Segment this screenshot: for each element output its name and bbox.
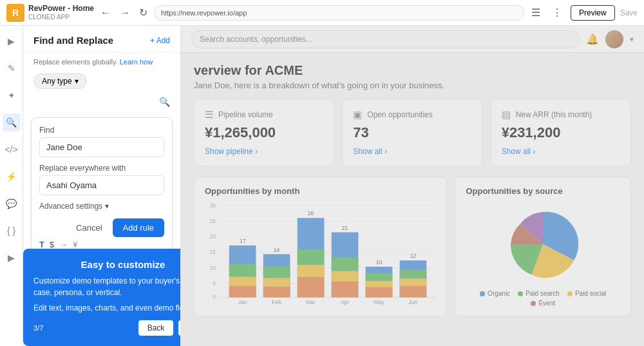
sidebar-play-icon[interactable]: ▶: [3, 249, 21, 267]
svg-rect-48: [400, 286, 427, 297]
replace-input[interactable]: [39, 175, 164, 195]
svg-text:10: 10: [376, 259, 383, 265]
panel-header: Find and Replace + Add: [23, 26, 180, 53]
panel-title: Find and Replace: [33, 35, 113, 46]
paid-social-label: Paid social: [575, 290, 606, 297]
pie-container: Organic Paid search Paid social: [466, 202, 620, 307]
form-actions: Cancel Add rule: [39, 218, 164, 237]
svg-text:0: 0: [213, 294, 216, 300]
bar-chart-card: Opportunities by month 30 25 20 15 10 5 …: [194, 177, 447, 316]
svg-text:Jan: Jan: [238, 299, 247, 305]
topbar: R RevPower - Home CLONED APP ← → ↻ ☰ ⋮ P…: [0, 0, 644, 26]
svg-text:20: 20: [210, 233, 216, 240]
content-area: 🔔 ▾ verview for ACME Jane Doe, here is a…: [181, 26, 644, 346]
main-layout: ▶ ✎ ✦ 🔍 </> ⚡ 💬 { } ▶ Find and Replace +…: [0, 26, 644, 346]
find-replace-form: Find Replace everywhere with Advanced se…: [31, 117, 173, 258]
svg-text:Mar: Mar: [306, 299, 316, 305]
legend-paid-search: Paid search: [518, 290, 560, 297]
sidebar-chat-icon[interactable]: 💬: [3, 195, 21, 213]
refresh-button[interactable]: ↻: [137, 5, 150, 20]
add-rule-button[interactable]: Add rule: [113, 218, 164, 237]
sidebar-star-icon[interactable]: ✦: [3, 86, 21, 104]
legend-organic: Organic: [480, 290, 510, 297]
yen-symbol: ¥: [73, 240, 77, 249]
tooltip-text2: Edit text, images, charts, and even demo…: [33, 302, 181, 314]
sidebar-lightning-icon[interactable]: ⚡: [3, 168, 21, 186]
charts-row: Opportunities by month 30 25 20 15 10 5 …: [194, 177, 631, 316]
text-symbol: T: [39, 240, 44, 249]
sidebar-icons: ▶ ✎ ✦ 🔍 </> ⚡ 💬 { } ▶: [0, 26, 23, 346]
open-opportunities-card: ▣ Open opportunities 73 Show all ›: [342, 99, 482, 166]
svg-text:17: 17: [240, 238, 246, 244]
pipeline-label: Pipeline volume: [218, 110, 273, 119]
sidebar-edit-icon[interactable]: ✎: [3, 59, 21, 77]
panel-subtitle: Replace elements globally. Learn how: [23, 53, 180, 68]
pie-legend: Organic Paid search Paid social: [466, 290, 620, 307]
event-dot: [531, 301, 536, 306]
opportunities-link[interactable]: Show all ›: [353, 147, 387, 156]
app-icon: R: [6, 4, 24, 22]
learn-how-link[interactable]: Learn how: [120, 58, 153, 66]
back-button[interactable]: ←: [98, 6, 113, 20]
sidebar-search-icon[interactable]: 🔍: [3, 113, 21, 131]
arr-link[interactable]: Show all ›: [502, 147, 536, 156]
stats-row: ☰ Pipeline volume ¥1,265,000 Show pipeli…: [194, 99, 631, 166]
find-label: Find: [39, 126, 164, 135]
chevron-down-icon: ▾: [105, 202, 109, 211]
chevron-down-icon[interactable]: ▾: [630, 35, 634, 44]
more-icon[interactable]: ⋮: [549, 5, 565, 20]
svg-text:Feb: Feb: [272, 299, 281, 305]
symbols-row: T $ → ¥: [39, 240, 164, 249]
dashboard-title: verview for ACME: [194, 63, 631, 78]
pipeline-link[interactable]: Show pipeline ›: [205, 147, 258, 156]
avatar[interactable]: [605, 30, 623, 48]
advanced-settings-toggle[interactable]: Advanced settings ▾: [39, 202, 164, 211]
svg-rect-22: [263, 267, 290, 278]
svg-text:Apr: Apr: [341, 299, 349, 305]
paid-search-label: Paid search: [526, 290, 560, 297]
svg-text:May: May: [374, 299, 384, 305]
sidebar-brackets-icon[interactable]: { }: [3, 222, 21, 240]
topbar-actions: ☰ ⋮ Preview Save: [528, 5, 638, 21]
svg-rect-36: [332, 282, 359, 297]
svg-rect-29: [298, 265, 325, 277]
paid-social-dot: [567, 291, 573, 296]
arr-icon: ▤: [502, 109, 511, 120]
bell-icon[interactable]: 🔔: [586, 33, 599, 45]
tooltip-box: Easy to customize Customize demo templat…: [23, 249, 181, 346]
cancel-button[interactable]: Cancel: [71, 219, 107, 236]
bar-chart-title: Opportunities by month: [205, 186, 436, 196]
svg-text:30: 30: [210, 202, 216, 209]
svg-text:Jun: Jun: [409, 299, 418, 305]
svg-text:25: 25: [210, 218, 216, 224]
sidebar-code-icon[interactable]: </>: [3, 140, 21, 159]
organic-label: Organic: [488, 290, 510, 297]
arrow-symbol: →: [59, 240, 68, 249]
opportunities-value: 73: [353, 124, 471, 141]
legend-event: Event: [531, 300, 555, 307]
pipeline-value: ¥1,265,000: [205, 124, 323, 141]
save-button[interactable]: Save: [620, 8, 638, 17]
hamburger-icon[interactable]: ☰: [528, 5, 544, 20]
svg-rect-41: [366, 281, 393, 287]
panel-search: 🔍: [23, 94, 180, 112]
pie-chart-svg: [495, 202, 591, 286]
opportunities-label: Open opportunities: [367, 110, 432, 119]
search-icon[interactable]: 🔍: [159, 97, 170, 107]
add-button[interactable]: + Add: [150, 36, 170, 45]
sidebar-cursor-icon[interactable]: ▶: [3, 32, 21, 50]
tooltip-page: 3/7: [33, 324, 43, 332]
back-tooltip-button[interactable]: Back: [138, 320, 174, 336]
forward-button[interactable]: →: [117, 6, 133, 20]
url-bar[interactable]: [154, 5, 524, 21]
type-dropdown[interactable]: Any type ▾: [33, 73, 87, 89]
app-title: RevPower - Home CLONED APP: [28, 4, 94, 21]
content-topbar: 🔔 ▾: [181, 26, 644, 53]
svg-rect-28: [298, 249, 325, 265]
svg-text:12: 12: [410, 253, 417, 259]
svg-rect-24: [263, 287, 290, 297]
preview-button[interactable]: Preview: [571, 5, 615, 21]
find-input[interactable]: [39, 137, 164, 157]
search-bar[interactable]: [191, 30, 580, 48]
dollar-symbol: $: [50, 240, 54, 249]
